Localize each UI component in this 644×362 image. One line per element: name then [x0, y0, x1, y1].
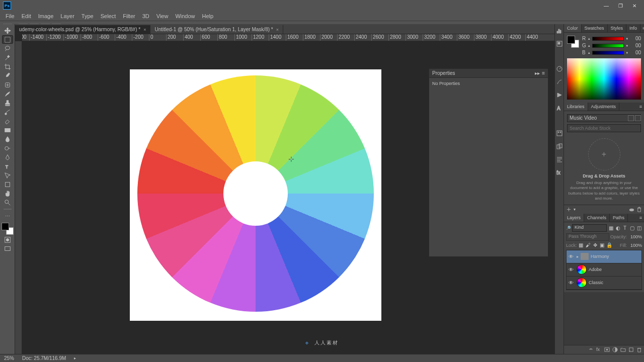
layer-row[interactable]: 👁▸Harmony [567, 250, 641, 263]
lock-all-icon[interactable]: 🔒 [606, 242, 612, 248]
view-grid-icon[interactable] [628, 115, 634, 121]
menu-help[interactable]: Help [199, 13, 217, 19]
blend-mode-select[interactable]: Pass Through [566, 233, 609, 241]
search-stock-input[interactable] [567, 124, 641, 132]
filter-adjust-icon[interactable]: ◐ [615, 225, 621, 231]
blur-tool[interactable] [2, 135, 13, 143]
ruler-horizontal[interactable]: -1600-1400-1200-1000-800-600-400-2000200… [22, 34, 554, 41]
navigator-icon[interactable] [556, 40, 563, 47]
close-button[interactable]: ✕ [628, 1, 641, 10]
zoom-tool[interactable] [2, 198, 13, 207]
history-brush-tool[interactable] [2, 108, 13, 116]
tab-libraries[interactable]: Libraries [564, 103, 588, 111]
menu-layer[interactable]: Layer [57, 13, 78, 19]
filter-type-icon[interactable]: T [622, 225, 628, 231]
minimize-button[interactable]: — [600, 1, 613, 10]
foreground-color[interactable] [2, 223, 9, 230]
paragraph-icon[interactable] [556, 156, 563, 163]
eraser-tool[interactable] [2, 117, 13, 125]
layer-fx-icon[interactable]: fx [596, 347, 602, 352]
histogram-icon[interactable] [556, 27, 563, 34]
library-dropzone[interactable]: + [588, 138, 620, 170]
zoom-level[interactable]: 25% [4, 355, 14, 361]
layer-filter-select[interactable]: Kind [572, 224, 607, 232]
color-spectrum[interactable] [567, 58, 641, 100]
dodge-tool[interactable] [2, 144, 13, 152]
eyedropper-tool[interactable] [2, 71, 13, 80]
menu-type[interactable]: Type [78, 13, 97, 19]
clone-source-icon[interactable] [556, 143, 563, 150]
panel-menu-icon[interactable]: ≡ [640, 24, 644, 32]
panel-menu-icon[interactable]: ≡ [542, 70, 545, 76]
tab-channels[interactable]: Channels [584, 214, 610, 222]
screenmode-tool[interactable] [2, 244, 13, 253]
menu-edit[interactable]: Edit [18, 13, 35, 19]
layer-mask-icon[interactable] [604, 347, 610, 352]
actions-icon[interactable] [556, 92, 563, 99]
hand-tool[interactable] [2, 189, 13, 198]
color-swatches[interactable] [2, 223, 14, 235]
trash-icon[interactable] [636, 207, 642, 212]
heal-tool[interactable] [2, 80, 13, 89]
opacity-value[interactable]: 100% [628, 234, 642, 239]
cloud-icon[interactable] [629, 207, 634, 212]
shape-tool[interactable] [2, 180, 13, 189]
gradient-tool[interactable] [2, 126, 13, 134]
lock-position-icon[interactable]: ✥ [592, 242, 598, 248]
pen-tool[interactable] [2, 153, 13, 161]
view-list-icon[interactable] [635, 115, 641, 121]
glyphs-icon[interactable]: fx [556, 169, 563, 176]
menu-file[interactable]: File [2, 13, 18, 19]
delete-layer-icon[interactable] [636, 347, 642, 352]
canvas[interactable]: ⊹ [130, 69, 381, 321]
lock-transparent-icon[interactable]: ▦ [578, 242, 584, 248]
color-swatch[interactable] [567, 36, 579, 48]
tab-info[interactable]: Info [626, 24, 640, 32]
lock-artboard-icon[interactable]: ▣ [599, 242, 605, 248]
tab-color[interactable]: Color [564, 24, 582, 32]
collapse-icon[interactable]: ▸▸ [535, 70, 540, 76]
marquee-tool[interactable] [2, 35, 13, 44]
wand-tool[interactable] [2, 53, 13, 62]
panel-menu-icon[interactable]: ≡ [637, 214, 644, 222]
path-tool[interactable] [2, 171, 13, 179]
menu-view[interactable]: View [153, 13, 172, 19]
filter-shape-icon[interactable]: ▢ [629, 225, 635, 231]
menu-3d[interactable]: 3D [139, 13, 153, 19]
edit-toolbar[interactable]: ⋯ [2, 212, 13, 220]
stamp-tool[interactable] [2, 99, 13, 107]
menu-filter[interactable]: Filter [119, 13, 138, 19]
link-layers-icon[interactable] [588, 347, 594, 352]
tab-swatches[interactable]: Swatches [582, 24, 608, 32]
maximize-button[interactable]: ❐ [614, 1, 627, 10]
close-icon[interactable]: × [276, 27, 279, 32]
filter-smart-icon[interactable]: ◫ [636, 225, 642, 231]
tab-styles[interactable]: Styles [608, 24, 627, 32]
tab-layers[interactable]: Layers [564, 214, 584, 222]
tab-adjustments[interactable]: Adjustments [588, 103, 620, 111]
adjustments-icon[interactable] [556, 65, 563, 72]
close-icon[interactable]: × [143, 27, 146, 32]
character-icon[interactable]: A [556, 105, 563, 112]
lasso-tool[interactable] [2, 44, 13, 53]
menu-select[interactable]: Select [97, 13, 120, 19]
properties-panel[interactable]: Properties ▸▸≡ No Properties [429, 68, 548, 257]
brush-tool[interactable] [2, 89, 13, 98]
lock-image-icon[interactable]: 🖌 [585, 242, 591, 248]
type-tool[interactable]: T [2, 162, 13, 170]
add-content-icon[interactable] [566, 207, 572, 212]
styles-icon[interactable] [556, 78, 563, 85]
layer-row[interactable]: 👁Adobe [567, 263, 641, 277]
new-layer-icon[interactable] [628, 347, 634, 352]
quickmask-tool[interactable] [2, 235, 13, 244]
filter-pixel-icon[interactable]: ▦ [608, 225, 614, 231]
move-tool[interactable] [2, 26, 13, 35]
tab-document-1[interactable]: udemy-color-wheels.psd @ 25% (Harmony, R… [15, 25, 150, 34]
group-icon[interactable] [620, 347, 626, 352]
tab-paths[interactable]: Paths [610, 214, 628, 222]
panel-menu-icon[interactable]: ≡ [637, 103, 644, 111]
crop-tool[interactable] [2, 62, 13, 71]
fill-value[interactable]: 100% [628, 243, 642, 248]
brushes-icon[interactable] [556, 130, 563, 137]
tab-document-2[interactable]: Untitled-1 @ 50% (Hue/Saturation 1, Laye… [150, 25, 283, 34]
